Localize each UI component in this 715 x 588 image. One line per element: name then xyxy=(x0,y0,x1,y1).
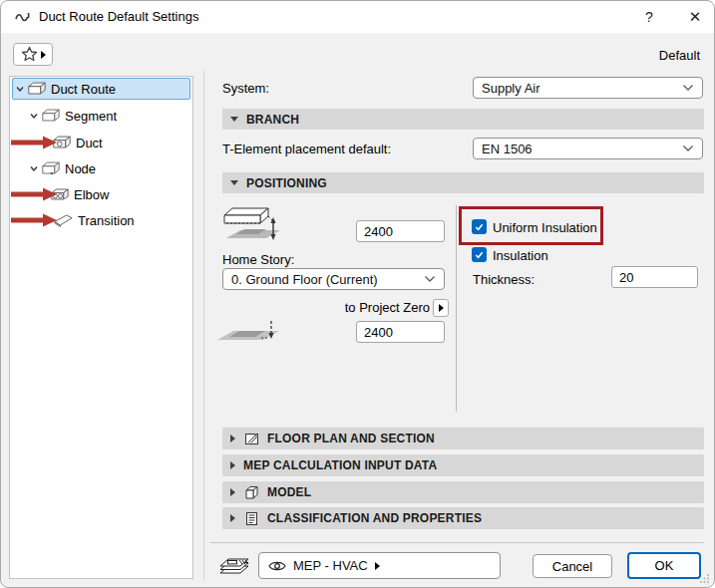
section-header-classification[interactable]: CLASSIFICATION AND PROPERTIES xyxy=(222,507,704,529)
expand-triangle-icon xyxy=(230,514,235,522)
system-dropdown-value: Supply Air xyxy=(482,81,682,96)
project-zero-plane-icon xyxy=(213,318,289,346)
chevron-down-icon[interactable] xyxy=(27,163,41,173)
section-title: FLOOR PLAN AND SECTION xyxy=(267,432,435,445)
to-project-zero-label: to Project Zero xyxy=(330,300,430,315)
footer-divider xyxy=(210,542,704,543)
uniform-insulation-checkbox[interactable] xyxy=(472,219,487,234)
expand-triangle-icon xyxy=(230,461,235,469)
insulation-label: Insulation xyxy=(493,248,548,263)
annotation-arrow-duct xyxy=(11,136,58,149)
expand-triangle-icon xyxy=(230,435,235,442)
thickness-input[interactable] xyxy=(611,266,698,288)
layers-icon xyxy=(218,552,254,578)
model-icon xyxy=(244,485,259,500)
home-story-dropdown[interactable]: 0. Ground Floor (Current) xyxy=(222,268,445,290)
elevation-bottom-input[interactable] xyxy=(356,321,445,343)
check-icon xyxy=(474,249,485,260)
duct-route-app-icon xyxy=(14,9,32,25)
tree-item-node[interactable]: Node xyxy=(12,157,190,179)
window-title: Duct Route Default Settings xyxy=(39,9,198,24)
annotation-arrow-transition xyxy=(11,213,58,227)
default-state-label: Default xyxy=(659,48,700,63)
section-title: MODEL xyxy=(267,485,311,499)
tree-item-label: Duct Route xyxy=(51,82,116,97)
segment-icon xyxy=(41,109,61,123)
t-element-dropdown[interactable]: EN 1506 xyxy=(473,138,703,159)
collapse-triangle-icon xyxy=(230,117,238,122)
favorites-flyout-arrow-icon xyxy=(41,51,46,59)
tree-item-segment[interactable]: Segment xyxy=(12,105,190,127)
check-icon xyxy=(474,221,485,232)
insulation-checkbox[interactable] xyxy=(472,247,487,262)
resize-grip[interactable] xyxy=(700,573,710,583)
node-icon xyxy=(41,161,61,175)
chevron-down-icon xyxy=(682,84,694,92)
star-icon xyxy=(21,46,38,63)
uniform-insulation-label: Uniform Insulation xyxy=(493,220,597,235)
project-zero-flyout-button[interactable] xyxy=(433,299,449,317)
t-element-dropdown-value: EN 1506 xyxy=(482,142,682,156)
system-dropdown[interactable]: Supply Air xyxy=(473,77,703,99)
home-story-dropdown-value: 0. Ground Floor (Current) xyxy=(231,272,424,287)
section-title: POSITIONING xyxy=(246,176,327,190)
layer-flyout-arrow-icon xyxy=(375,562,380,570)
section-header-floor-plan[interactable]: FLOOR PLAN AND SECTION xyxy=(222,428,704,449)
expand-triangle-icon xyxy=(230,488,235,496)
eye-icon xyxy=(268,560,286,572)
panel-divider xyxy=(203,71,204,581)
cancel-button[interactable]: Cancel xyxy=(533,554,612,578)
chevron-down-icon xyxy=(682,145,694,152)
section-header-positioning[interactable]: POSITIONING xyxy=(222,172,704,193)
element-tree-panel: Duct Route Segment Duct xyxy=(9,76,193,579)
section-title: CLASSIFICATION AND PROPERTIES xyxy=(267,511,482,525)
t-element-label: T-Element placement default: xyxy=(222,142,391,156)
layer-selector[interactable]: MEP - HVAC xyxy=(258,552,501,579)
home-story-label: Home Story: xyxy=(222,252,294,267)
classification-icon xyxy=(244,511,259,526)
chevron-down-icon[interactable] xyxy=(13,84,27,94)
elevation-top-input[interactable] xyxy=(356,220,445,242)
duct-route-default-settings-dialog: Duct Route Default Settings ? ✕ Default … xyxy=(0,0,715,588)
system-label: System: xyxy=(222,81,269,96)
title-bar: Duct Route Default Settings ? ✕ xyxy=(1,1,714,33)
layer-name: MEP - HVAC xyxy=(293,558,368,573)
floor-plan-icon xyxy=(244,432,259,446)
tree-item-label: Elbow xyxy=(74,187,109,202)
tree-item-label: Node xyxy=(65,161,96,176)
section-header-mep-calculation[interactable]: MEP CALCULATION INPUT DATA xyxy=(222,454,704,476)
ok-button[interactable]: OK xyxy=(627,552,701,579)
collapse-triangle-icon xyxy=(230,180,238,185)
help-button[interactable]: ? xyxy=(634,5,664,29)
tree-item-label: Segment xyxy=(65,109,117,124)
duct-route-icon xyxy=(27,82,47,96)
section-title: BRANCH xyxy=(246,113,299,127)
tree-item-label: Duct xyxy=(76,136,103,150)
flyout-arrow-icon xyxy=(439,304,444,312)
positioning-column-divider xyxy=(456,205,457,412)
thickness-label: Thickness: xyxy=(473,272,535,287)
favorites-button[interactable] xyxy=(13,43,53,66)
elevation-above-story-icon xyxy=(218,205,290,249)
section-header-model[interactable]: MODEL xyxy=(222,481,704,503)
tree-item-label: Transition xyxy=(78,213,135,228)
section-title: MEP CALCULATION INPUT DATA xyxy=(243,458,437,472)
chevron-down-icon[interactable] xyxy=(27,111,41,121)
chevron-down-icon xyxy=(424,275,436,283)
annotation-arrow-elbow xyxy=(11,187,58,201)
section-header-branch[interactable]: BRANCH xyxy=(222,109,704,130)
close-button[interactable]: ✕ xyxy=(680,5,710,29)
tree-item-duct-route[interactable]: Duct Route xyxy=(12,78,190,100)
